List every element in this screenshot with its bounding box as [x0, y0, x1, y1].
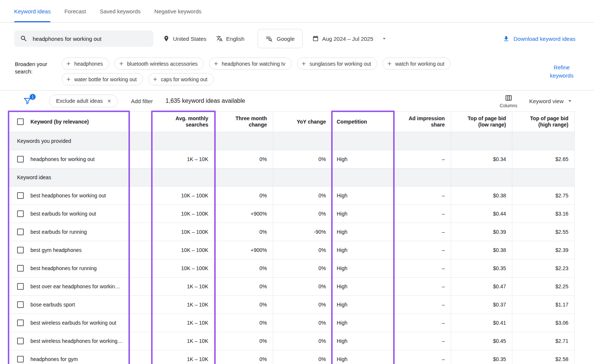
chip-label: water bottle for working out [74, 76, 137, 82]
row-checkbox[interactable] [17, 301, 24, 308]
tab-negative-keywords[interactable]: Negative keywords [154, 0, 202, 22]
exclude-adult-ideas-chip[interactable]: Exclude adult ideas ✕ [49, 95, 118, 108]
column-header[interactable]: Keyword (by relevance) [9, 112, 129, 132]
keyword-text: bose earbuds sport [30, 302, 75, 308]
column-header[interactable]: Top of page bid (low range) [451, 112, 512, 132]
keyword-view-dropdown[interactable]: Keyword view [529, 98, 573, 104]
data-cell: 10K – 100K [152, 241, 215, 259]
data-cell: $0.47 [451, 278, 512, 295]
broaden-chip[interactable]: +watch for working out [382, 58, 450, 70]
search-input[interactable] [33, 36, 147, 42]
section-cell [129, 168, 152, 186]
translate-icon [216, 35, 223, 42]
section-cell [152, 132, 215, 150]
keyword-cell: headphones for gym [9, 350, 129, 364]
data-cell: 10K – 100K [152, 205, 215, 223]
columns-button[interactable]: Columns [500, 94, 517, 108]
plus-icon: + [387, 60, 391, 67]
data-cell: High [332, 350, 394, 364]
chip-label: caps for working out [161, 76, 207, 82]
add-filter-button[interactable]: Add filter [131, 98, 153, 104]
filter-button[interactable]: 1 [23, 96, 33, 105]
keyword-text: best earbuds for working out [30, 211, 96, 217]
table-row: headphones for gym1K – 10K0%0%High–$0.35… [9, 350, 575, 364]
section-cell [273, 168, 332, 186]
column-header[interactable]: Avg. monthly searches [152, 112, 215, 132]
row-checkbox[interactable] [17, 247, 24, 253]
section-cell [273, 132, 332, 150]
data-cell: 1K – 10K [152, 278, 215, 295]
data-cell: High [332, 278, 394, 295]
column-header[interactable]: Competition [332, 112, 394, 132]
broaden-chip[interactable]: +headphones [62, 58, 109, 70]
row-checkbox[interactable] [17, 319, 24, 326]
broaden-chip[interactable]: +water bottle for working out [62, 73, 143, 85]
tab-saved-keywords[interactable]: Saved keywords [100, 0, 141, 22]
data-cell: 0% [273, 241, 332, 259]
row-checkbox[interactable] [17, 338, 24, 344]
chevron-down-icon[interactable] [381, 35, 388, 42]
download-keyword-ideas-button[interactable]: Download keyword ideas [503, 35, 575, 42]
column-header[interactable]: YoY change [273, 112, 332, 132]
row-checkbox[interactable] [17, 265, 24, 272]
section-cell [152, 168, 215, 186]
data-cell: – [394, 205, 451, 223]
row-checkbox[interactable] [17, 356, 24, 363]
data-cell: $2.39 [512, 241, 575, 259]
row-checkbox[interactable] [17, 192, 24, 199]
data-cell: 0% [273, 314, 332, 332]
data-cell: 0% [273, 332, 332, 350]
network-selector[interactable]: Google [258, 29, 302, 48]
date-range-label: Aug 2024 – Jul 2025 [322, 36, 373, 42]
broaden-chip[interactable]: +headphones for watching tv [209, 58, 291, 70]
data-cell: 1K – 10K [152, 296, 215, 314]
language-selector[interactable]: English [216, 35, 244, 42]
row-checkbox[interactable] [17, 229, 24, 235]
data-cell: – [394, 314, 451, 332]
date-range-selector[interactable]: Aug 2024 – Jul 2025 [312, 35, 388, 42]
data-cell: – [394, 241, 451, 259]
data-cell: $2.58 [512, 350, 575, 364]
tab-keyword-ideas[interactable]: Keyword ideas [14, 0, 50, 22]
location-selector[interactable]: United States [163, 35, 206, 42]
close-icon[interactable]: ✕ [107, 98, 111, 104]
keyword-cell: bose earbuds sport [9, 296, 129, 314]
broaden-chip[interactable]: +caps for working out [148, 73, 213, 85]
data-cell: 0% [215, 187, 273, 204]
data-cell: 0% [215, 150, 273, 168]
data-cell: – [394, 150, 451, 168]
columns-icon [505, 94, 513, 102]
keyword-text: best earbuds for running [30, 229, 87, 235]
table-row: best wireless headphones for working …1K… [9, 332, 575, 350]
data-cell: 0% [215, 350, 273, 364]
data-cell: 1K – 10K [152, 314, 215, 332]
column-header[interactable]: Top of page bid (high range) [512, 112, 575, 132]
data-cell: 1K – 10K [152, 332, 215, 350]
data-cell [129, 223, 152, 241]
data-cell: $2.23 [512, 259, 575, 277]
data-cell: 1K – 10K [152, 350, 215, 364]
column-header[interactable] [129, 112, 152, 132]
column-header[interactable]: Three month change [215, 112, 273, 132]
refine-keywords-button[interactable]: Refine keywords [546, 63, 578, 80]
row-checkbox[interactable] [17, 283, 24, 290]
column-header[interactable]: Ad impression share [394, 112, 451, 132]
section-cell [394, 132, 451, 150]
data-cell: $3.06 [512, 314, 575, 332]
broaden-chip[interactable]: +bluetooth wireless accessories [114, 58, 204, 70]
data-cell: 0% [215, 296, 273, 314]
row-checkbox[interactable] [17, 210, 24, 217]
calendar-icon [312, 35, 319, 42]
table-row: headphones for working out1K – 10K0%0%Hi… [9, 150, 575, 168]
section-row: Keyword ideas [9, 168, 575, 187]
select-all-checkbox[interactable] [17, 118, 24, 125]
data-cell: $0.35 [451, 259, 512, 277]
tab-forecast[interactable]: Forecast [64, 0, 86, 22]
data-cell: $0.39 [451, 223, 512, 241]
section-cell [512, 132, 575, 150]
broaden-chip[interactable]: +sunglasses for working out [297, 58, 378, 70]
row-checkbox[interactable] [17, 156, 24, 163]
data-cell: $2.75 [512, 187, 575, 204]
keyword-search-box[interactable] [14, 30, 153, 47]
broaden-label: Broaden your search: [15, 60, 54, 75]
